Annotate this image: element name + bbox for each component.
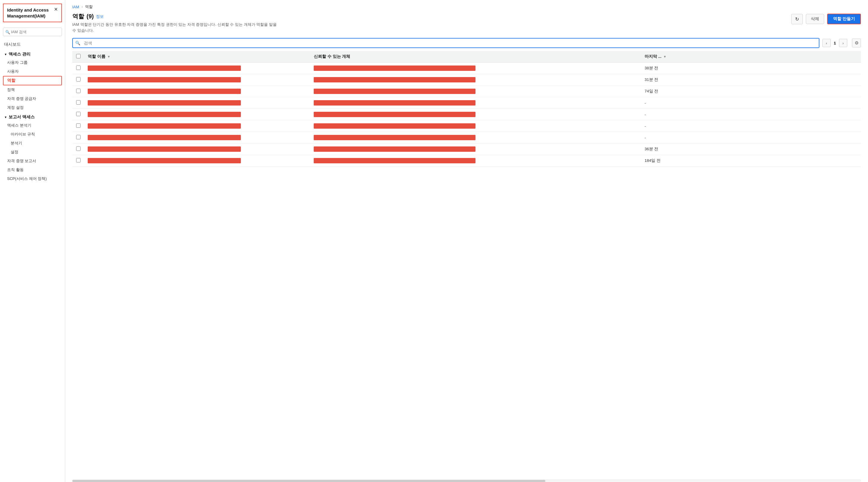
sidebar-item-archive-rules[interactable]: 아카이브 규칙 — [0, 130, 65, 139]
col-role-name: 역할 이름 ▼ — [84, 51, 310, 63]
row-2-trusted-entity-redacted — [314, 89, 475, 94]
table-row: 36분 전 — [72, 144, 861, 155]
sidebar-close-button[interactable]: ✕ — [54, 7, 58, 12]
search-icon-main: 🔍 — [73, 40, 83, 46]
page-title-row: 역할 (9) 정보 — [72, 12, 280, 21]
row-5-checkbox-input[interactable] — [76, 123, 81, 128]
row-4-last-activity: - — [641, 109, 861, 120]
table-settings-button[interactable]: ⚙ — [852, 38, 861, 48]
row-6-checkbox-input[interactable] — [76, 135, 81, 139]
table-row: - — [72, 132, 861, 144]
search-main-input[interactable] — [83, 38, 819, 48]
row-1-role-name-redacted — [88, 77, 241, 82]
sidebar-item-dashboard[interactable]: 대시보드 — [0, 40, 65, 49]
table-row: 74일 전 — [72, 86, 861, 97]
row-6-last-activity: - — [641, 132, 861, 144]
breadcrumb: IAM › 역할 — [65, 0, 868, 12]
delete-button[interactable]: 삭제 — [806, 14, 824, 24]
pagination-current-page: 1 — [832, 41, 838, 46]
sidebar-search-input[interactable] — [3, 28, 62, 36]
row-3-role-name — [84, 97, 310, 109]
row-8-checkbox-input[interactable] — [76, 158, 81, 162]
row-5-trusted-entity — [310, 120, 641, 132]
col-trusted-entity: 신뢰할 수 있는 개체 — [310, 51, 641, 63]
row-3-role-name-redacted — [88, 100, 241, 106]
row-4-checkbox-input[interactable] — [76, 112, 81, 116]
refresh-button[interactable]: ↻ — [791, 14, 803, 24]
row-8-trusted-entity-redacted — [314, 158, 475, 163]
role-count: (9) — [87, 13, 94, 20]
access-management-label: 액세스 관리 — [8, 52, 31, 57]
select-all-checkbox[interactable] — [76, 54, 81, 58]
row-7-trusted-entity — [310, 144, 641, 155]
horizontal-scrollbar[interactable] — [72, 480, 861, 482]
sidebar-item-analyzer[interactable]: 분석기 — [0, 139, 65, 148]
sidebar-item-policies[interactable]: 정책 — [0, 85, 65, 94]
row-2-role-name-redacted — [88, 89, 241, 94]
row-5-role-name — [84, 120, 310, 132]
breadcrumb-current: 역할 — [85, 4, 93, 9]
row-1-trusted-entity — [310, 74, 641, 86]
col-role-name-label: 역할 이름 — [88, 54, 105, 59]
table-wrap: 역할 이름 ▼ 신뢰할 수 있는 개체 마지막 ... ▼ — [65, 51, 868, 480]
row-0-checkbox-input[interactable] — [76, 65, 81, 70]
page-title: 역할 — [72, 12, 84, 21]
sidebar-header: Identity and Access Management(IAM) ✕ — [3, 4, 62, 22]
pagination-prev-button[interactable]: ‹ — [823, 39, 831, 47]
table-row: 38분 전 — [72, 63, 861, 74]
row-1-trusted-entity-redacted — [314, 77, 475, 82]
col-checkbox — [72, 51, 84, 63]
row-3-trusted-entity-redacted — [314, 100, 475, 106]
col-trusted-entity-label: 신뢰할 수 있는 개체 — [314, 54, 350, 59]
col-role-name-sort-icon[interactable]: ▼ — [107, 55, 111, 58]
info-link[interactable]: 정보 — [96, 14, 104, 19]
row-0-role-name — [84, 63, 310, 74]
row-2-trusted-entity — [310, 86, 641, 97]
report-access-label: 보고서 액세스 — [8, 114, 35, 120]
sidebar-item-access-analyzer[interactable]: 액세스 분석기 — [0, 121, 65, 130]
breadcrumb-iam[interactable]: IAM — [72, 5, 79, 9]
row-7-checkbox-input[interactable] — [76, 146, 81, 151]
sidebar-item-account-settings[interactable]: 계정 설정 — [0, 103, 65, 112]
row-4-trusted-entity — [310, 109, 641, 120]
row-8-role-name-redacted — [88, 158, 241, 163]
sidebar-item-settings[interactable]: 설정 — [0, 148, 65, 156]
row-7-role-name-redacted — [88, 146, 241, 152]
sidebar-item-scp[interactable]: SCP(서비스 제어 정책) — [0, 174, 65, 183]
sidebar-section-access-management[interactable]: ▼ 액세스 관리 — [0, 49, 65, 58]
col-last-activity-sort-icon[interactable]: ▼ — [663, 55, 666, 58]
row-1-checkbox-input[interactable] — [76, 77, 81, 82]
row-8-last-activity: 184일 전 — [641, 155, 861, 167]
row-8-checkbox — [72, 155, 84, 167]
scrollbar-thumb[interactable] — [72, 480, 546, 482]
page-header-left: 역할 (9) 정보 IAM 역할은 단기간 동안 유효한 자격 증명을 가진 특… — [72, 12, 280, 33]
row-0-role-name-redacted — [88, 65, 241, 71]
row-5-checkbox — [72, 120, 84, 132]
sidebar-item-users[interactable]: 사용자 — [0, 67, 65, 76]
roles-table: 역할 이름 ▼ 신뢰할 수 있는 개체 마지막 ... ▼ — [72, 51, 861, 167]
sidebar-item-user-groups[interactable]: 사용자 그룹 — [0, 58, 65, 67]
row-7-trusted-entity-redacted — [314, 146, 475, 152]
row-3-checkbox-input[interactable] — [76, 100, 81, 104]
pagination: ‹ 1 › — [823, 39, 847, 47]
row-3-trusted-entity — [310, 97, 641, 109]
sidebar-item-credential-report[interactable]: 자격 증명 보고서 — [0, 156, 65, 165]
table-row: 31분 전 — [72, 74, 861, 86]
row-2-role-name — [84, 86, 310, 97]
row-2-checkbox-input[interactable] — [76, 89, 81, 93]
sidebar-search-icon: 🔍 — [5, 30, 10, 34]
row-0-trusted-entity-redacted — [314, 65, 475, 71]
sidebar-item-roles[interactable]: 역할 — [3, 76, 62, 85]
row-8-role-name — [84, 155, 310, 167]
row-6-checkbox — [72, 132, 84, 144]
row-4-trusted-entity-redacted — [314, 112, 475, 117]
table-row: - — [72, 109, 861, 120]
pagination-next-button[interactable]: › — [839, 39, 847, 47]
sidebar-section-report-access[interactable]: ▼ 보고서 액세스 — [0, 112, 65, 121]
create-role-button[interactable]: 역할 만들기 — [827, 13, 861, 24]
table-header-row: 역할 이름 ▼ 신뢰할 수 있는 개체 마지막 ... ▼ — [72, 51, 861, 63]
row-7-role-name — [84, 144, 310, 155]
breadcrumb-separator: › — [82, 5, 83, 9]
sidebar-item-org-activity[interactable]: 조직 활동 — [0, 165, 65, 174]
sidebar-item-identity-providers[interactable]: 자격 증명 공급자 — [0, 94, 65, 103]
